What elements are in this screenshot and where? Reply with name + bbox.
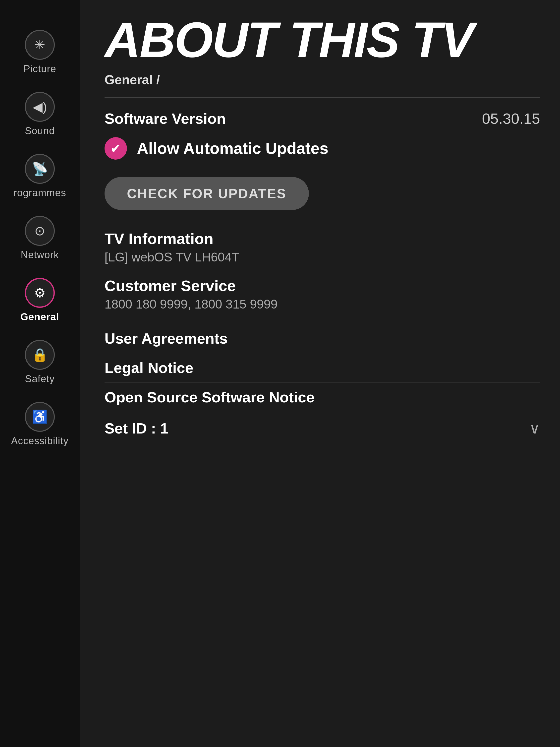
sidebar-label-network: Network [21, 249, 59, 260]
main-panel: ABOUT THIS TV General / Software Version… [80, 0, 560, 747]
software-version-row: Software Version 05.30.15 [105, 110, 540, 127]
picture-icon: ✳ [25, 30, 55, 60]
software-version-value: 05.30.15 [482, 110, 540, 127]
divider [105, 97, 540, 98]
breadcrumb: General / [105, 72, 540, 87]
open-source-item[interactable]: Open Source Software Notice [105, 383, 540, 412]
network-icon: ⊙ [25, 216, 55, 246]
sidebar-label-sound: Sound [25, 125, 55, 136]
sidebar-label-picture: Picture [23, 63, 56, 74]
sidebar-label-accessibility: Accessibility [11, 435, 69, 446]
user-agreements-item[interactable]: User Agreements [105, 324, 540, 353]
tv-info-subtitle: [LG] webOS TV LH604T [105, 250, 540, 264]
auto-updates-row[interactable]: ✔ Allow Automatic Updates [105, 137, 540, 160]
sidebar-item-general[interactable]: ⚙ General [0, 268, 80, 330]
sidebar-item-safety[interactable]: 🔒 Safety [0, 330, 80, 392]
customer-service-value: 1800 180 9999, 1800 315 9999 [105, 297, 540, 311]
auto-updates-checkbox[interactable]: ✔ [105, 137, 127, 160]
page-title: ABOUT THIS TV [105, 15, 540, 65]
sidebar-item-sound[interactable]: ◀) Sound [0, 82, 80, 144]
sidebar-item-picture[interactable]: ✳ Picture [0, 20, 80, 82]
tv-information-section: TV Information [LG] webOS TV LH604T [105, 230, 540, 264]
sidebar-label-safety: Safety [25, 373, 54, 384]
sidebar-item-accessibility[interactable]: ♿ Accessibility [0, 392, 80, 454]
sidebar-item-network[interactable]: ⊙ Network [0, 206, 80, 268]
sidebar-label-general: General [20, 311, 59, 323]
legal-notice-item[interactable]: Legal Notice [105, 353, 540, 383]
customer-service-label: Customer Service [105, 277, 540, 294]
set-id-label: Set ID : 1 [105, 420, 168, 437]
auto-updates-label: Allow Automatic Updates [137, 139, 328, 158]
general-icon: ⚙ [25, 278, 55, 308]
chevron-down-icon: ∨ [529, 419, 540, 437]
accessibility-icon: ♿ [25, 402, 55, 432]
set-id-row[interactable]: Set ID : 1 ∨ [105, 412, 540, 444]
sidebar-label-programmes: rogrammes [14, 187, 66, 199]
programmes-icon: 📡 [25, 154, 55, 184]
sidebar-item-programmes[interactable]: 📡 rogrammes [0, 144, 80, 206]
tv-info-title: TV Information [105, 230, 540, 248]
sound-icon: ◀) [25, 92, 55, 122]
check-updates-button[interactable]: CHECK FOR UPDATES [105, 177, 309, 210]
sidebar: ✳ Picture ◀) Sound 📡 rogrammes ⊙ Network… [0, 0, 80, 747]
software-version-label: Software Version [105, 110, 226, 127]
safety-icon: 🔒 [25, 340, 55, 370]
